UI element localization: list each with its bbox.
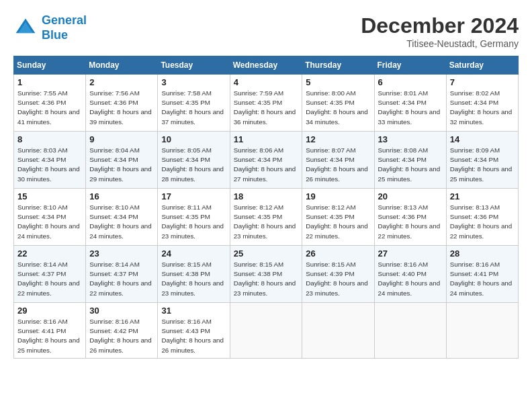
calendar-table: SundayMondayTuesdayWednesdayThursdayFrid… (13, 56, 519, 359)
calendar-day-cell: 28Sunrise: 8:16 AM Sunset: 4:41 PM Dayli… (446, 246, 518, 303)
weekday-header-cell: Friday (374, 56, 446, 75)
day-number: 8 (17, 134, 82, 144)
calendar-week-row: 29Sunrise: 8:16 AM Sunset: 4:41 PM Dayli… (14, 303, 519, 359)
calendar-day-cell (374, 303, 446, 359)
day-detail: Sunrise: 8:16 AM Sunset: 4:40 PM Dayligh… (378, 260, 443, 298)
calendar-day-cell: 2Sunrise: 7:56 AM Sunset: 4:36 PM Daylig… (86, 75, 158, 132)
day-number: 10 (161, 134, 226, 144)
day-detail: Sunrise: 8:12 AM Sunset: 4:35 PM Dayligh… (234, 203, 299, 241)
location: Titisee-Neustadt, Germany (361, 38, 519, 49)
weekday-header-cell: Wednesday (230, 56, 302, 75)
day-detail: Sunrise: 8:06 AM Sunset: 4:34 PM Dayligh… (234, 146, 299, 184)
day-detail: Sunrise: 8:11 AM Sunset: 4:35 PM Dayligh… (161, 203, 226, 241)
day-number: 3 (161, 77, 226, 87)
calendar-day-cell: 27Sunrise: 8:16 AM Sunset: 4:40 PM Dayli… (374, 246, 446, 303)
calendar-day-cell: 14Sunrise: 8:09 AM Sunset: 4:34 PM Dayli… (446, 132, 518, 189)
day-number: 5 (306, 77, 370, 87)
day-number: 22 (17, 248, 82, 259)
day-number: 15 (17, 191, 82, 201)
calendar-day-cell (446, 303, 518, 359)
calendar-day-cell: 25Sunrise: 8:15 AM Sunset: 4:38 PM Dayli… (230, 246, 302, 303)
day-number: 20 (378, 191, 443, 201)
calendar-day-cell: 6Sunrise: 8:01 AM Sunset: 4:34 PM Daylig… (374, 75, 446, 132)
calendar-day-cell: 3Sunrise: 7:58 AM Sunset: 4:35 PM Daylig… (158, 75, 230, 132)
weekday-header-cell: Tuesday (158, 56, 230, 75)
day-detail: Sunrise: 8:16 AM Sunset: 4:42 PM Dayligh… (89, 317, 154, 355)
day-number: 28 (450, 248, 515, 259)
day-detail: Sunrise: 8:14 AM Sunset: 4:37 PM Dayligh… (89, 260, 154, 298)
day-detail: Sunrise: 8:15 AM Sunset: 4:39 PM Dayligh… (306, 260, 370, 298)
day-detail: Sunrise: 7:58 AM Sunset: 4:35 PM Dayligh… (161, 89, 226, 127)
day-number: 30 (89, 306, 154, 316)
day-detail: Sunrise: 8:00 AM Sunset: 4:35 PM Dayligh… (306, 89, 370, 127)
calendar-day-cell: 23Sunrise: 8:14 AM Sunset: 4:37 PM Dayli… (86, 246, 158, 303)
day-number: 24 (161, 248, 226, 259)
day-detail: Sunrise: 7:56 AM Sunset: 4:36 PM Dayligh… (89, 89, 154, 127)
month-year: December 2024 (361, 13, 519, 38)
day-number: 26 (306, 248, 370, 259)
logo-text: GeneralBlue (42, 13, 87, 42)
calendar-day-cell: 16Sunrise: 8:10 AM Sunset: 4:34 PM Dayli… (86, 189, 158, 246)
calendar-day-cell: 13Sunrise: 8:08 AM Sunset: 4:34 PM Dayli… (374, 132, 446, 189)
day-number: 27 (378, 248, 443, 259)
calendar-day-cell: 10Sunrise: 8:05 AM Sunset: 4:34 PM Dayli… (158, 132, 230, 189)
day-detail: Sunrise: 7:55 AM Sunset: 4:36 PM Dayligh… (17, 89, 82, 127)
weekday-header-cell: Monday (86, 56, 158, 75)
calendar-day-cell: 8Sunrise: 8:03 AM Sunset: 4:34 PM Daylig… (14, 132, 86, 189)
calendar-day-cell: 15Sunrise: 8:10 AM Sunset: 4:34 PM Dayli… (14, 189, 86, 246)
calendar-day-cell: 30Sunrise: 8:16 AM Sunset: 4:42 PM Dayli… (86, 303, 158, 359)
day-detail: Sunrise: 8:02 AM Sunset: 4:34 PM Dayligh… (450, 89, 515, 127)
day-number: 25 (234, 248, 299, 259)
day-number: 12 (306, 134, 370, 144)
calendar-day-cell: 24Sunrise: 8:15 AM Sunset: 4:38 PM Dayli… (158, 246, 230, 303)
day-detail: Sunrise: 8:10 AM Sunset: 4:34 PM Dayligh… (89, 203, 154, 241)
weekday-header-cell: Saturday (446, 56, 518, 75)
logo: GeneralBlue (13, 13, 87, 42)
day-number: 19 (306, 191, 370, 201)
calendar-day-cell: 20Sunrise: 8:13 AM Sunset: 4:36 PM Dayli… (374, 189, 446, 246)
day-detail: Sunrise: 8:13 AM Sunset: 4:36 PM Dayligh… (450, 203, 515, 241)
day-detail: Sunrise: 8:15 AM Sunset: 4:38 PM Dayligh… (161, 260, 226, 298)
day-number: 17 (161, 191, 226, 201)
calendar-day-cell: 9Sunrise: 8:04 AM Sunset: 4:34 PM Daylig… (86, 132, 158, 189)
calendar-day-cell: 11Sunrise: 8:06 AM Sunset: 4:34 PM Dayli… (230, 132, 302, 189)
day-detail: Sunrise: 8:16 AM Sunset: 4:41 PM Dayligh… (17, 317, 82, 355)
calendar-day-cell: 18Sunrise: 8:12 AM Sunset: 4:35 PM Dayli… (230, 189, 302, 246)
title-area: December 2024 Titisee-Neustadt, Germany (361, 13, 519, 49)
weekday-header-cell: Sunday (14, 56, 86, 75)
day-detail: Sunrise: 8:07 AM Sunset: 4:34 PM Dayligh… (306, 146, 370, 184)
day-detail: Sunrise: 8:04 AM Sunset: 4:34 PM Dayligh… (89, 146, 154, 184)
day-detail: Sunrise: 8:01 AM Sunset: 4:34 PM Dayligh… (378, 89, 443, 127)
calendar-day-cell: 1Sunrise: 7:55 AM Sunset: 4:36 PM Daylig… (14, 75, 86, 132)
calendar-day-cell: 12Sunrise: 8:07 AM Sunset: 4:34 PM Dayli… (302, 132, 374, 189)
day-detail: Sunrise: 8:12 AM Sunset: 4:35 PM Dayligh… (306, 203, 370, 241)
day-number: 4 (234, 77, 299, 87)
day-number: 29 (17, 306, 82, 316)
calendar-day-cell: 19Sunrise: 8:12 AM Sunset: 4:35 PM Dayli… (302, 189, 374, 246)
day-number: 2 (89, 77, 154, 87)
calendar-day-cell: 5Sunrise: 8:00 AM Sunset: 4:35 PM Daylig… (302, 75, 374, 132)
calendar-day-cell: 31Sunrise: 8:16 AM Sunset: 4:43 PM Dayli… (158, 303, 230, 359)
day-detail: Sunrise: 8:10 AM Sunset: 4:34 PM Dayligh… (17, 203, 82, 241)
calendar-day-cell: 26Sunrise: 8:15 AM Sunset: 4:39 PM Dayli… (302, 246, 374, 303)
day-detail: Sunrise: 8:08 AM Sunset: 4:34 PM Dayligh… (378, 146, 443, 184)
header: GeneralBlue December 2024 Titisee-Neusta… (13, 13, 519, 49)
day-number: 6 (378, 77, 443, 87)
calendar-day-cell: 7Sunrise: 8:02 AM Sunset: 4:34 PM Daylig… (446, 75, 518, 132)
calendar-day-cell (302, 303, 374, 359)
day-number: 16 (89, 191, 154, 201)
day-number: 11 (234, 134, 299, 144)
weekday-header-cell: Thursday (302, 56, 374, 75)
day-detail: Sunrise: 8:09 AM Sunset: 4:34 PM Dayligh… (450, 146, 515, 184)
day-detail: Sunrise: 7:59 AM Sunset: 4:35 PM Dayligh… (234, 89, 299, 127)
day-number: 31 (161, 306, 226, 316)
calendar-week-row: 22Sunrise: 8:14 AM Sunset: 4:37 PM Dayli… (14, 246, 519, 303)
day-detail: Sunrise: 8:16 AM Sunset: 4:41 PM Dayligh… (450, 260, 515, 298)
day-number: 14 (450, 134, 515, 144)
day-detail: Sunrise: 8:03 AM Sunset: 4:34 PM Dayligh… (17, 146, 82, 184)
day-number: 9 (89, 134, 154, 144)
day-detail: Sunrise: 8:13 AM Sunset: 4:36 PM Dayligh… (378, 203, 443, 241)
calendar-week-row: 15Sunrise: 8:10 AM Sunset: 4:34 PM Dayli… (14, 189, 519, 246)
calendar-week-row: 1Sunrise: 7:55 AM Sunset: 4:36 PM Daylig… (14, 75, 519, 132)
calendar-day-cell: 4Sunrise: 7:59 AM Sunset: 4:35 PM Daylig… (230, 75, 302, 132)
